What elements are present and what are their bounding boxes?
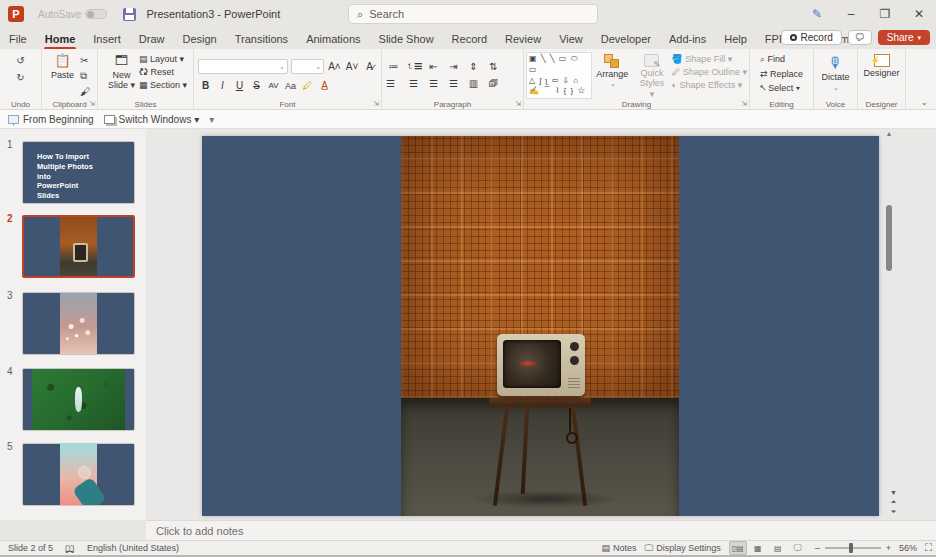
slide-sorter-view-button[interactable]: ▦: [749, 541, 767, 555]
autosave-toggle-pill[interactable]: [85, 9, 107, 19]
cut-icon[interactable]: ✂: [78, 54, 92, 67]
select-button[interactable]: ⭦ Select ▾: [760, 83, 800, 94]
font-color-icon[interactable]: A̲: [317, 80, 332, 91]
redo-icon[interactable]: ↻: [14, 71, 26, 84]
strikethrough-icon[interactable]: S: [249, 80, 264, 91]
slide-4-thumbnail[interactable]: [22, 368, 135, 431]
qat-overflow-icon[interactable]: ▾: [209, 114, 214, 125]
autosave-toggle[interactable]: AutoSave: [38, 9, 107, 20]
increase-font-icon[interactable]: A˄: [327, 61, 342, 72]
zoom-slider-track[interactable]: [825, 547, 881, 549]
smartart-icon[interactable]: 🗊: [486, 78, 501, 89]
font-name-combo[interactable]: ⌄: [198, 59, 288, 74]
italic-icon[interactable]: I: [215, 80, 230, 91]
tab-design[interactable]: Design: [173, 30, 225, 48]
quick-styles-button[interactable]: Quick Styles ▾: [632, 52, 671, 101]
vertical-scrollbar[interactable]: ▲: [884, 129, 894, 520]
tab-transitions[interactable]: Transitions: [226, 30, 297, 48]
line-spacing-icon[interactable]: ⇕: [466, 61, 481, 72]
share-button[interactable]: Share ▾: [878, 30, 930, 45]
align-left-icon[interactable]: ☰: [386, 78, 401, 89]
find-button[interactable]: ⌕ Find: [760, 54, 785, 65]
font-dialog-launcher[interactable]: ⇲: [373, 100, 379, 108]
shapes-gallery[interactable]: ▣ ╲ ╲ ▭ ⬭ ▭ △ ʃ ʅ ⇦ ⇩ ⌂ ✍ ⌒ ⌇ { } ☆: [526, 52, 592, 99]
tab-home[interactable]: Home: [36, 30, 85, 48]
layout-button[interactable]: ▤ Layout ▾: [139, 54, 184, 64]
collapse-ribbon-icon[interactable]: ⌄: [920, 97, 928, 107]
zoom-slider-thumb[interactable]: [849, 543, 853, 553]
slide-canvas[interactable]: ▲ ▼ ⏶ ⏷: [146, 129, 906, 520]
change-case-icon[interactable]: Aa: [283, 81, 298, 91]
clear-formatting-icon[interactable]: A̷: [362, 61, 377, 72]
tab-slide-show[interactable]: Slide Show: [370, 30, 443, 48]
record-button[interactable]: Record: [781, 30, 842, 45]
close-button[interactable]: ✕: [902, 0, 936, 28]
slide-2-editing-surface[interactable]: [202, 136, 879, 516]
format-painter-icon[interactable]: 🖌: [78, 85, 92, 98]
underline-icon[interactable]: U: [232, 80, 247, 91]
zoom-level[interactable]: 56%: [899, 543, 917, 553]
bold-icon[interactable]: B: [198, 80, 213, 91]
notes-pane[interactable]: Click to add notes: [146, 520, 936, 540]
from-beginning-button[interactable]: From Beginning: [8, 114, 94, 125]
drawing-dialog-launcher[interactable]: ⇲: [741, 100, 747, 108]
decrease-font-icon[interactable]: A˅: [345, 61, 360, 72]
slide-show-button[interactable]: 🖵: [789, 541, 807, 555]
dictate-button[interactable]: 🎙 Dictate ⌄: [817, 52, 853, 94]
numbering-icon[interactable]: ⒈☰: [406, 61, 421, 72]
next-slide-button[interactable]: ⏷: [890, 508, 897, 516]
new-slide-button[interactable]: 🗔 New Slide ▾: [104, 52, 139, 93]
tab-animations[interactable]: Animations: [297, 30, 369, 48]
tab-view[interactable]: View: [550, 30, 592, 48]
bullets-icon[interactable]: ≔: [386, 61, 401, 72]
copy-icon[interactable]: ⧉: [78, 69, 92, 83]
columns-icon[interactable]: ▥: [466, 78, 481, 89]
character-spacing-icon[interactable]: AV: [266, 81, 281, 90]
undo-icon[interactable]: ↺: [14, 54, 26, 67]
scroll-up-icon[interactable]: ▲: [884, 129, 894, 139]
language-indicator[interactable]: English (United States): [87, 543, 179, 553]
restore-button[interactable]: ❐: [868, 0, 902, 28]
minimize-button[interactable]: –: [834, 0, 868, 28]
switch-windows-button[interactable]: Switch Windows ▾: [104, 114, 200, 125]
slide-2-thumbnail[interactable]: [22, 215, 135, 278]
align-center-icon[interactable]: ☰: [406, 78, 421, 89]
save-icon[interactable]: [123, 8, 136, 21]
slide-5-thumbnail[interactable]: [22, 443, 135, 506]
tab-developer[interactable]: Developer: [592, 30, 660, 48]
normal-view-button[interactable]: ▯▤: [729, 541, 747, 555]
fit-to-window-icon[interactable]: ⛶: [925, 542, 932, 554]
paragraph-dialog-launcher[interactable]: ⇲: [515, 100, 521, 108]
previous-slide-button[interactable]: ⏶: [890, 498, 897, 506]
tab-insert[interactable]: Insert: [84, 30, 130, 48]
ink-pen-icon[interactable]: ✎: [800, 0, 834, 28]
spellcheck-icon[interactable]: 🕮: [65, 543, 75, 554]
section-button[interactable]: ▦ Section ▾: [139, 80, 187, 90]
zoom-out-icon[interactable]: –: [815, 543, 820, 553]
notes-toggle-button[interactable]: ▤ Notes: [601, 543, 636, 553]
slide-3-thumbnail[interactable]: [22, 292, 135, 355]
scrollbar-thumb[interactable]: [886, 205, 892, 271]
shape-fill-button[interactable]: 🪣 Shape Fill ▾: [671, 54, 732, 64]
scroll-down-icon[interactable]: ▼: [890, 489, 897, 496]
tab-file[interactable]: File: [0, 30, 36, 48]
text-direction-icon[interactable]: ⇅: [486, 61, 501, 72]
tab-help[interactable]: Help: [715, 30, 756, 48]
designer-button[interactable]: Designer: [859, 52, 903, 80]
slide-1-thumbnail[interactable]: How To Import Multiple Photos into Power…: [22, 141, 135, 204]
shape-effects-button[interactable]: ◐ Shape Effects ▾: [671, 80, 742, 90]
comments-icon[interactable]: 🗩: [848, 30, 872, 45]
font-size-combo[interactable]: ⌄: [291, 59, 324, 74]
highlight-color-icon[interactable]: 🖊: [300, 80, 315, 91]
display-settings-button[interactable]: 🖵 Display Settings: [644, 543, 720, 554]
tab-add-ins[interactable]: Add-ins: [660, 30, 715, 48]
arrange-button[interactable]: Arrange ⌄: [592, 52, 632, 90]
replace-button[interactable]: ⇄ Replace: [760, 69, 803, 79]
reset-button[interactable]: 🗘 Reset: [139, 67, 174, 77]
align-right-icon[interactable]: ☰: [426, 78, 441, 89]
clipboard-dialog-launcher[interactable]: ⇲: [89, 100, 95, 108]
tab-record[interactable]: Record: [443, 30, 496, 48]
increase-indent-icon[interactable]: ⇥: [446, 61, 461, 72]
shape-outline-button[interactable]: 🖉 Shape Outline ▾: [671, 67, 747, 77]
search-input[interactable]: ⌕ Search: [348, 4, 598, 24]
